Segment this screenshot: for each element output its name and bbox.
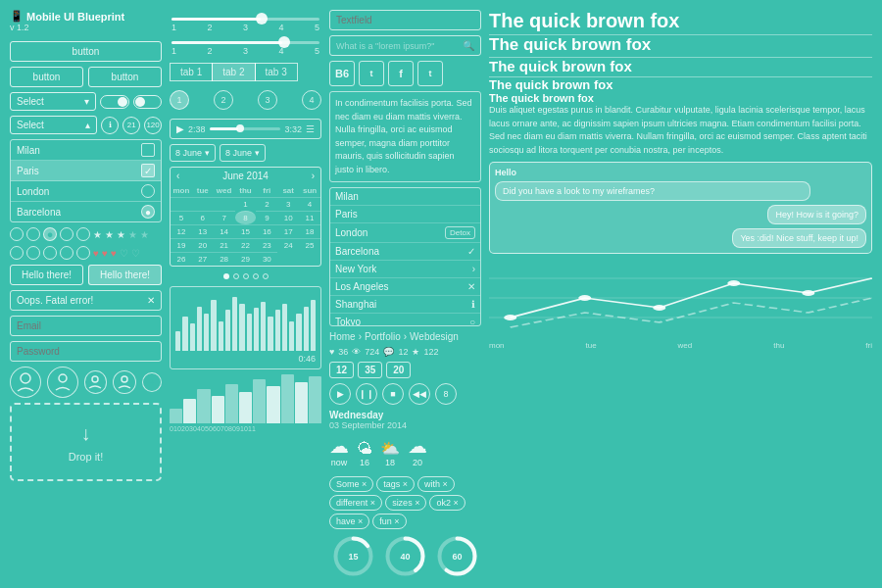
cal-cell[interactable]: 1 bbox=[235, 197, 257, 211]
social-btn-facebook[interactable]: f bbox=[388, 61, 414, 86]
button-3[interactable]: button bbox=[88, 67, 162, 87]
cal-cell[interactable]: 23 bbox=[256, 238, 277, 252]
cal-cell-today[interactable]: 8 bbox=[235, 211, 257, 224]
step-3[interactable]: 3 bbox=[258, 90, 277, 110]
stop-btn[interactable]: ■ bbox=[382, 383, 404, 405]
tag-fun[interactable]: fun × bbox=[372, 514, 406, 529]
radio-london[interactable] bbox=[141, 184, 155, 198]
check-2[interactable]: ✕ bbox=[26, 246, 40, 260]
cal-cell[interactable]: 15 bbox=[235, 224, 257, 238]
hello-button-1[interactable]: Hello there! bbox=[10, 265, 83, 285]
search-icon[interactable]: 🔍 bbox=[463, 40, 474, 51]
social-btn-twitter[interactable]: t bbox=[359, 61, 384, 86]
cal-cell[interactable] bbox=[171, 197, 192, 211]
tag-different[interactable]: different × bbox=[329, 495, 382, 511]
slider-1-track[interactable] bbox=[172, 18, 319, 21]
tag-sizes[interactable]: sizes × bbox=[385, 495, 426, 511]
cal-cell[interactable]: 25 bbox=[299, 238, 320, 252]
slider-2-track[interactable] bbox=[172, 41, 319, 44]
list3-london[interactable]: London Detox bbox=[330, 223, 480, 243]
cal-cell[interactable]: 2 bbox=[256, 197, 277, 211]
cal-cell[interactable]: 21 bbox=[214, 238, 235, 252]
cal-cell[interactable]: 29 bbox=[235, 252, 257, 266]
list3-shanghai[interactable]: Shanghai ℹ bbox=[330, 296, 480, 314]
play-btn[interactable]: ▶ bbox=[329, 383, 351, 405]
date-picker-1[interactable]: 8 June ▾ bbox=[170, 144, 216, 162]
tag-have[interactable]: have × bbox=[329, 514, 369, 529]
cal-cell[interactable]: 30 bbox=[256, 252, 277, 266]
cal-cell[interactable] bbox=[214, 197, 235, 211]
toggle-on[interactable] bbox=[100, 95, 128, 109]
cal-cell[interactable]: 22 bbox=[235, 238, 257, 252]
tab-1[interactable]: tab 1 bbox=[170, 63, 213, 81]
cal-cell[interactable]: 19 bbox=[171, 238, 192, 252]
tag-with[interactable]: with × bbox=[417, 476, 455, 492]
tag-tags[interactable]: tags × bbox=[376, 476, 415, 492]
list3-la[interactable]: Los Angeles ✕ bbox=[330, 278, 480, 296]
cal-cell[interactable]: 4 bbox=[299, 197, 320, 211]
cal-cell[interactable]: 17 bbox=[277, 224, 299, 238]
list3-tokyo[interactable]: Tokyo ○ bbox=[330, 314, 480, 326]
step-4[interactable]: 4 bbox=[302, 90, 321, 110]
list-item-barcelona[interactable]: Barcelona ● bbox=[11, 202, 161, 221]
tag-ok2[interactable]: ok2 × bbox=[429, 495, 465, 511]
cal-cell[interactable]: 10 bbox=[277, 211, 299, 224]
detox-button[interactable]: Detox bbox=[445, 226, 475, 239]
social-btn-tumblr[interactable]: t bbox=[417, 61, 443, 86]
step-2[interactable]: 2 bbox=[214, 90, 233, 110]
cal-cell[interactable]: 5 bbox=[171, 211, 192, 224]
cal-cell[interactable]: 28 bbox=[214, 252, 235, 266]
toggle-off[interactable] bbox=[133, 95, 162, 109]
select-2[interactable]: Select ▴ bbox=[10, 116, 97, 134]
cal-cell[interactable]: 7 bbox=[214, 211, 235, 224]
social-btn-b6[interactable]: B6 bbox=[329, 61, 355, 86]
cal-cell[interactable]: 11 bbox=[299, 211, 320, 224]
cal-cell[interactable]: 26 bbox=[171, 252, 192, 266]
checkbox-milan[interactable] bbox=[141, 143, 155, 157]
radio-barcelona[interactable]: ● bbox=[141, 205, 155, 219]
email-field[interactable] bbox=[10, 316, 162, 336]
cal-cell[interactable]: 24 bbox=[277, 238, 299, 252]
cal-cell[interactable]: 16 bbox=[256, 224, 277, 238]
list-item-london[interactable]: London bbox=[11, 181, 161, 202]
select-1[interactable]: Select ▾ bbox=[10, 92, 96, 111]
cal-cell[interactable]: 14 bbox=[214, 224, 235, 238]
rewind-btn[interactable]: ◀◀ bbox=[409, 383, 430, 405]
list3-barcelona[interactable]: Barcelona ✓ bbox=[330, 243, 480, 261]
radio-2[interactable] bbox=[26, 227, 40, 241]
cal-cell[interactable] bbox=[192, 197, 214, 211]
tab-2[interactable]: tab 2 bbox=[212, 63, 255, 81]
list-item-paris[interactable]: Paris ✓ bbox=[11, 161, 161, 181]
list3-paris[interactable]: Paris bbox=[330, 206, 480, 223]
tag-some[interactable]: Some × bbox=[329, 476, 373, 492]
cal-cell[interactable]: 13 bbox=[192, 224, 214, 238]
radio-1[interactable] bbox=[10, 227, 24, 241]
date-picker-2[interactable]: 8 June ▾ bbox=[220, 144, 266, 162]
play-icon[interactable]: ▶ bbox=[176, 123, 184, 134]
cal-cell[interactable]: 27 bbox=[192, 252, 214, 266]
cal-cell[interactable]: 20 bbox=[192, 238, 214, 252]
add-avatar-icon[interactable]: + bbox=[142, 372, 162, 392]
cal-next-icon[interactable]: › bbox=[312, 171, 315, 181]
list3-milan[interactable]: Milan bbox=[330, 188, 480, 206]
textfield-input[interactable] bbox=[329, 10, 481, 30]
close-icon-la[interactable]: ✕ bbox=[467, 281, 475, 292]
cal-cell[interactable]: 3 bbox=[277, 197, 299, 211]
password-field[interactable] bbox=[10, 341, 162, 362]
hello-button-2[interactable]: Hello there! bbox=[88, 265, 162, 285]
cal-cell[interactable]: 12 bbox=[171, 224, 192, 238]
check-4[interactable]: ⊕ bbox=[60, 246, 74, 260]
pause-btn[interactable]: ❙❙ bbox=[356, 383, 377, 405]
button-2[interactable]: button bbox=[10, 67, 83, 87]
cal-cell[interactable]: 18 bbox=[299, 224, 320, 238]
radio-4[interactable] bbox=[60, 227, 74, 241]
media-progress[interactable] bbox=[210, 127, 281, 130]
radio-3[interactable]: ● bbox=[43, 227, 57, 241]
cal-cell[interactable]: 6 bbox=[192, 211, 214, 224]
check-5[interactable] bbox=[76, 246, 90, 260]
check-1[interactable]: ℹ bbox=[10, 246, 24, 260]
button-1[interactable]: button bbox=[10, 41, 162, 62]
check-3[interactable]: ✓ bbox=[43, 246, 57, 260]
close-icon[interactable]: ✕ bbox=[147, 295, 155, 306]
drop-zone[interactable]: ↓ Drop it! bbox=[10, 403, 162, 481]
